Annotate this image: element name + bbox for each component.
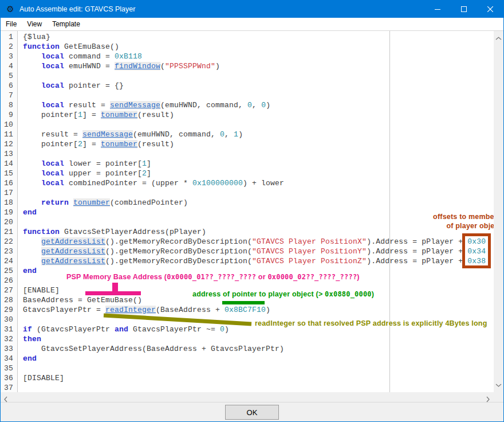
code-token: ().getMemoryRecordByDescription( xyxy=(105,247,252,256)
scroll-up-icon[interactable] xyxy=(495,34,502,42)
code-line[interactable]: function GtavcsSetPlayerAddress(pPlayer) xyxy=(23,227,486,237)
code-line[interactable] xyxy=(23,149,486,159)
code-token xyxy=(23,198,41,207)
code-line[interactable] xyxy=(23,91,486,100)
script-editor[interactable]: 1234567891011121314151617181920212223242… xyxy=(1,31,503,392)
code-token: , xyxy=(225,130,234,139)
code-token xyxy=(23,169,41,178)
code-line[interactable] xyxy=(23,71,486,81)
code-line[interactable]: local combinedPointer = (upper * 0x10000… xyxy=(23,178,486,188)
maximize-button[interactable] xyxy=(451,1,477,18)
code-token: ) xyxy=(238,130,243,139)
line-number: 15 xyxy=(1,169,17,178)
code-line[interactable]: return tonumber(combinedPointer) xyxy=(23,198,486,208)
code-line[interactable]: getAddressList().getMemoryRecordByDescri… xyxy=(23,256,486,266)
line-number: 20 xyxy=(1,217,17,227)
line-number: 33 xyxy=(1,344,17,354)
code-token xyxy=(23,257,41,265)
line-number: 37 xyxy=(1,383,17,392)
code-token: tonumber xyxy=(101,111,137,119)
code-line[interactable] xyxy=(23,188,486,198)
scroll-down-icon[interactable] xyxy=(495,381,502,389)
code-line[interactable] xyxy=(23,276,486,286)
code-token: lower = pointer[ xyxy=(64,159,142,168)
code-line[interactable] xyxy=(23,364,486,373)
vertical-scrollbar[interactable] xyxy=(494,31,503,392)
code-line[interactable]: then xyxy=(23,334,486,344)
code-token: 2 xyxy=(142,169,147,178)
code-line[interactable]: local lower = pointer[1] xyxy=(23,159,486,169)
code-token: end xyxy=(23,208,37,217)
code-token: 0 xyxy=(261,101,266,110)
scroll-right-icon[interactable] xyxy=(486,394,490,405)
line-number: 18 xyxy=(1,198,17,208)
code-line[interactable] xyxy=(23,217,486,227)
code-line[interactable]: end xyxy=(23,266,486,276)
code-token: local xyxy=(41,159,64,168)
code-token xyxy=(23,62,41,71)
line-number: 31 xyxy=(1,325,17,334)
line-number: 21 xyxy=(1,227,17,237)
code-token: 1 xyxy=(142,159,147,168)
code-token: sendMessage xyxy=(82,130,133,139)
code-token: function xyxy=(23,42,60,51)
code-token: ().getMemoryRecordByDescription( xyxy=(105,237,252,246)
line-number: 30 xyxy=(1,315,17,325)
code-token xyxy=(23,159,41,168)
code-line[interactable]: GtavcsSetPlayerAddress(BaseAddress + Gta… xyxy=(23,344,486,354)
code-line[interactable] xyxy=(23,120,486,130)
line-number: 27 xyxy=(1,286,17,295)
line-number: 24 xyxy=(1,256,17,266)
line-number: 9 xyxy=(1,110,17,120)
scroll-left-icon[interactable] xyxy=(4,394,7,405)
code-token: 0x38 xyxy=(467,257,486,265)
code-token: (result) xyxy=(137,111,174,119)
code-line[interactable]: function GetEmuBase() xyxy=(23,42,486,52)
code-line[interactable]: getAddressList().getMemoryRecordByDescri… xyxy=(23,237,486,247)
code-line[interactable]: pointer[2] = tonumber(result) xyxy=(23,139,486,149)
code-line[interactable] xyxy=(23,315,486,325)
code-line[interactable]: GtavcsPlayerPtr = readInteger(BaseAddres… xyxy=(23,305,486,315)
code-token: (result) xyxy=(137,140,174,149)
menu-template[interactable]: Template xyxy=(47,18,85,30)
code-line[interactable] xyxy=(23,383,486,392)
menu-file[interactable]: File xyxy=(1,18,22,30)
code-token: function xyxy=(23,228,60,236)
close-button[interactable] xyxy=(477,1,503,18)
code-line[interactable]: if (GtavcsPlayerPtr and GtavcsPlayerPtr … xyxy=(23,325,486,334)
scrollbar-corner xyxy=(494,392,503,402)
code-token: (BaseAddress + xyxy=(156,306,225,314)
line-number: 25 xyxy=(1,266,17,276)
line-number: 19 xyxy=(1,208,17,217)
code-token: local xyxy=(41,169,64,178)
code-token: upper = pointer[ xyxy=(64,169,142,178)
code-token: GtavcsSetPlayerAddress(pPlayer) xyxy=(60,228,206,236)
code-line[interactable]: local pointer = {} xyxy=(23,81,486,91)
line-number: 3 xyxy=(1,52,17,61)
code-line[interactable]: end xyxy=(23,354,486,364)
code-line[interactable]: end xyxy=(23,208,486,217)
code-line[interactable]: [DISABLE] xyxy=(23,373,486,383)
code-token xyxy=(23,179,41,187)
ok-button[interactable]: OK xyxy=(225,405,279,420)
code-line[interactable]: getAddressList().getMemoryRecordByDescri… xyxy=(23,247,486,256)
horizontal-scrollbar[interactable] xyxy=(1,392,503,402)
code-line[interactable]: local command = 0xB118 xyxy=(23,52,486,61)
code-line[interactable]: pointer[1] = tonumber(result) xyxy=(23,110,486,120)
code-line[interactable]: local emuHWND = findWindow("PPSSPPWnd") xyxy=(23,61,486,71)
code-lines: {$lua}function GetEmuBase() local comman… xyxy=(23,32,486,392)
code-token: GtavcsPlayerPtr = xyxy=(23,306,105,314)
code-token xyxy=(23,52,41,61)
minimize-button[interactable] xyxy=(424,1,451,18)
minimize-icon xyxy=(435,6,440,12)
button-panel: OK xyxy=(1,402,503,421)
menu-view[interactable]: View xyxy=(22,18,47,30)
gutter: 1234567891011121314151617181920212223242… xyxy=(1,31,18,392)
code-line[interactable]: local upper = pointer[2] xyxy=(23,169,486,178)
line-number: 28 xyxy=(1,295,17,305)
code-token: ) xyxy=(266,306,270,314)
code-token: local xyxy=(41,52,64,61)
code-line[interactable]: {$lua} xyxy=(23,32,486,42)
code-line[interactable]: local result = sendMessage(emuHWND, comm… xyxy=(23,100,486,110)
code-line[interactable]: result = sendMessage(emuHWND, command, 0… xyxy=(23,130,486,139)
